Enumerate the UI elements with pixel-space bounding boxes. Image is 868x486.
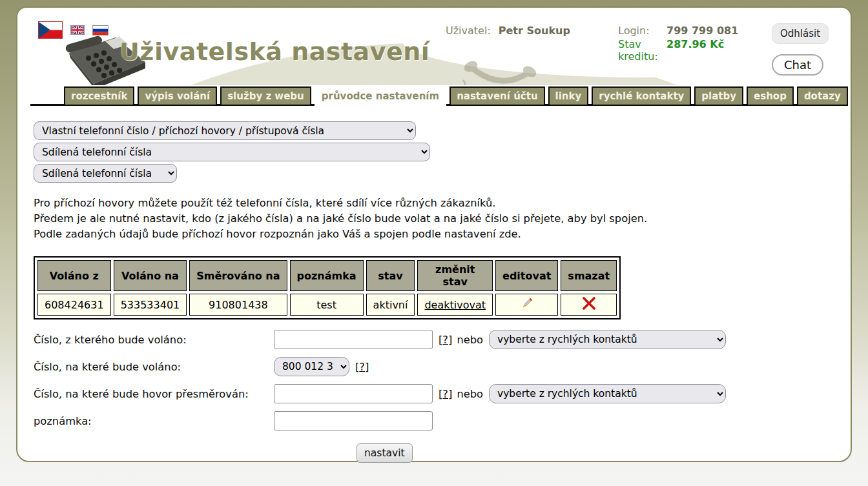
col-note: poznámka (290, 260, 364, 291)
subcategory-select[interactable]: Sdílená telefonní čísla (34, 143, 430, 161)
submit-button[interactable]: nastavit (356, 443, 413, 463)
czech-flag-icon[interactable] (38, 21, 63, 39)
user-name: Petr Soukup (499, 25, 570, 63)
deactivate-link[interactable]: deaktivovat (424, 299, 486, 311)
cell-status: aktivní (366, 294, 415, 316)
delete-x-icon[interactable] (582, 297, 596, 310)
cell-called-to: 533533401 (114, 294, 187, 316)
page-background: Uživatelská nastavení Uživatel: Petr Sou… (0, 0, 868, 486)
logout-button[interactable]: Odhlásit (772, 23, 829, 44)
login-value: 799 799 081 (666, 25, 738, 37)
cell-routed-to: 910801438 (189, 294, 287, 316)
note-input[interactable] (274, 411, 433, 430)
intro-line-3: Podle zadaných údajů bude příchozí hovor… (34, 227, 835, 242)
redirect-help-link[interactable]: [?] (439, 388, 452, 400)
col-called-to: Voláno na (114, 260, 187, 291)
intro-line-2: Předem je ale nutné nastavit, kdo (z jak… (34, 211, 835, 227)
intro-line-1: Pro příchozí hovory můžete použít též te… (34, 196, 835, 211)
note-label: poznámka: (34, 415, 274, 427)
intro-text: Pro příchozí hovory můžete použít též te… (34, 196, 835, 242)
redirect-number-label: Číslo, na které bude hovor přesměrován: (34, 388, 274, 400)
tab-eshop[interactable]: eshop (747, 86, 794, 106)
section-select[interactable]: Sdílená telefonní čísla (34, 164, 177, 183)
edit-pencil-icon[interactable] (520, 296, 534, 310)
credit-value: 287.96 Kč (666, 38, 724, 63)
from-number-label: Číslo, z kterého bude voláno: (34, 334, 274, 346)
col-status: stav (366, 260, 415, 291)
tab-dotazy[interactable]: dotazy (797, 86, 848, 106)
tab-rozcestnik[interactable]: rozcestník (64, 86, 134, 106)
login-label: Login: (618, 25, 666, 37)
col-called-from: Voláno z (37, 260, 111, 291)
tab-linky[interactable]: linky (548, 86, 589, 106)
main-navigation: rozcestník výpis volání služby z webu pr… (30, 85, 804, 106)
route-form: Číslo, z kterého bude voláno: [?] nebo v… (34, 330, 835, 463)
page-title: Uživatelská nastavení (119, 37, 429, 66)
table-header-row: Voláno z Voláno na Směrováno na poznámka… (37, 260, 617, 291)
credit-label-line2: kreditu: (618, 50, 666, 63)
from-number-input[interactable] (274, 330, 433, 349)
from-help-link[interactable]: [?] (439, 334, 452, 346)
category-select[interactable]: Vlastní telefonní číslo / příchozí hovor… (34, 121, 416, 140)
tab-nastaveni-uctu[interactable]: nastavení účtu (450, 86, 544, 106)
table-row: 608424631 533533401 910801438 test aktiv… (37, 294, 617, 316)
to-number-select[interactable]: 800 012 345 (274, 357, 349, 376)
tab-pruvodce-nastavenim[interactable]: průvodce nastavením (315, 86, 446, 108)
cell-called-from: 608424631 (37, 294, 111, 316)
to-number-label: Číslo, na které bude voláno: (34, 361, 274, 373)
tab-platby[interactable]: platby (694, 86, 743, 106)
content-card: Uživatelská nastavení Uživatel: Petr Sou… (16, 6, 852, 462)
col-change-status: změnit stav (417, 260, 493, 291)
language-switcher (38, 21, 108, 39)
header: Uživatelská nastavení Uživatel: Petr Sou… (17, 8, 851, 85)
tab-rychle-kontakty[interactable]: rychlé kontakty (592, 86, 691, 106)
cell-note: test (290, 294, 364, 316)
english-flag-icon[interactable] (70, 25, 85, 35)
col-routed-to: Směrováno na (189, 260, 287, 291)
from-contacts-select[interactable]: vyberte z rychlých kontaktů (489, 330, 726, 349)
or-text-2: nebo (457, 388, 483, 400)
tab-vypis-volani[interactable]: výpis volání (138, 86, 217, 106)
chat-button[interactable]: Chat (772, 54, 823, 76)
redirect-contacts-select[interactable]: vyberte z rychlých kontaktů (489, 384, 726, 403)
user-info: Uživatel: Petr Soukup Login: 799 799 081… (446, 25, 773, 63)
col-edit: editovat (495, 260, 558, 291)
russian-flag-icon[interactable] (92, 25, 108, 35)
to-help-link[interactable]: [?] (355, 361, 369, 373)
shared-numbers-table: Voláno z Voláno na Směrováno na poznámka… (34, 256, 621, 319)
tab-sluzby-z-webu[interactable]: služby z webu (220, 86, 311, 106)
or-text: nebo (457, 334, 483, 346)
redirect-number-input[interactable] (274, 384, 433, 403)
col-delete: smazat (561, 260, 617, 291)
credit-label-line1: Stav (618, 38, 666, 50)
user-label: Uživatel: (446, 25, 491, 63)
